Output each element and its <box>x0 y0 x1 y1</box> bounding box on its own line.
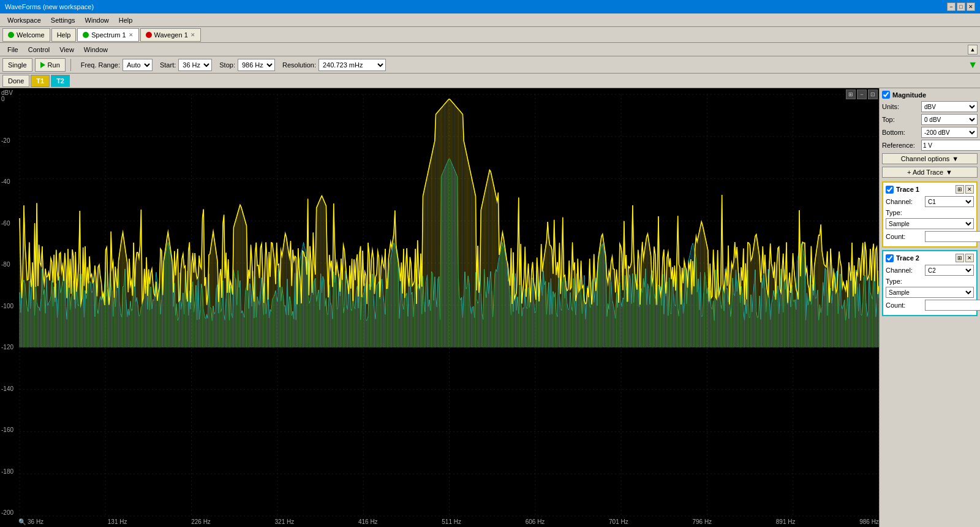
x-axis-labels: 🔍36 Hz 131 Hz 226 Hz 321 Hz 416 Hz 511 H… <box>18 516 879 527</box>
trace1-copy-icon[interactable]: ⊞ <box>956 185 964 194</box>
single-button[interactable]: Single <box>2 58 32 72</box>
freq-range-select[interactable]: Auto <box>123 59 153 71</box>
ch-tab-t1[interactable]: T1 <box>31 75 50 87</box>
maximize-button[interactable]: □ <box>957 2 965 11</box>
y-label-200: -200 <box>1 509 18 516</box>
magnitude-label: Magnitude <box>892 91 926 99</box>
x-label-321: 321 Hz <box>275 518 295 525</box>
trace2-count-input[interactable]: 100 <box>925 300 980 311</box>
start-label: Start: <box>160 61 176 69</box>
x-label-796: 796 Hz <box>692 518 712 525</box>
trace1-channel-row: Channel: C1 <box>886 196 974 207</box>
channel-options-label: Channel options <box>901 155 950 162</box>
tab-spectrum[interactable]: Spectrum 1 ✕ <box>77 28 138 42</box>
tab-wavegen-icon <box>146 32 152 38</box>
tab-spectrum-icon <box>83 32 89 38</box>
menu-window2[interactable]: Window <box>79 45 113 55</box>
run-button[interactable]: Run <box>35 58 66 72</box>
trace2-type-select[interactable]: Sample <box>886 287 974 298</box>
spectrum-canvas <box>0 88 879 527</box>
tab-welcome[interactable]: Welcome <box>2 28 50 42</box>
y-label-20: -20 <box>1 137 18 144</box>
expand-button[interactable]: ▲ <box>968 45 978 55</box>
bottom-row: Bottom: -200 dBV <box>882 127 978 138</box>
trace1-close-icon[interactable]: ✕ <box>965 185 974 194</box>
y-label-100: -100 <box>1 303 18 309</box>
tab-help[interactable]: Help <box>51 28 77 42</box>
start-select[interactable]: 36 Hz <box>178 59 212 71</box>
tab-wavegen-close[interactable]: ✕ <box>190 32 195 38</box>
channel-tabs: Done T1 T2 <box>0 74 980 88</box>
trace1-title: Trace 1 <box>896 186 919 193</box>
units-label: Units: <box>882 103 919 110</box>
trace2-channel-label: Channel: <box>886 267 922 274</box>
trace1-type-select-row: Sample <box>886 218 974 229</box>
resolution-select[interactable]: 240.723 mHz <box>318 59 386 71</box>
bottom-select[interactable]: -200 dBV <box>921 127 978 138</box>
trace2-header: Trace 2 ⊞ ✕ <box>886 254 974 262</box>
trace2-copy-icon[interactable]: ⊞ <box>956 254 964 262</box>
trace2-checkbox[interactable] <box>886 254 894 262</box>
menubar: Workspace Settings Window Help <box>0 13 980 27</box>
trace2-close-icon[interactable]: ✕ <box>965 254 974 262</box>
y-label-180: -180 <box>1 468 18 475</box>
stop-label: Stop: <box>219 61 235 69</box>
chart-icon-2[interactable]: − <box>857 89 867 99</box>
trace1-channel-label: Channel: <box>886 198 922 205</box>
ch-tab-done[interactable]: Done <box>2 75 29 87</box>
close-button[interactable]: ✕ <box>967 2 975 11</box>
menu-window[interactable]: Window <box>80 15 114 25</box>
menu-settings[interactable]: Settings <box>46 15 80 25</box>
freq-range-label: Freq. Range: <box>81 61 120 69</box>
trace1-count-input[interactable]: 100 <box>925 231 980 242</box>
trace2-channel-row: Channel: C2 <box>886 265 974 276</box>
magnitude-section: Magnitude Units: dBV Top: 0 dBV Bottom: … <box>882 91 978 151</box>
trace1-checkbox[interactable] <box>886 186 894 194</box>
trace1-box: Trace 1 ⊞ ✕ Channel: C1 Type: Sample <box>882 181 978 248</box>
trace1-type-select[interactable]: Sample <box>886 218 974 229</box>
menu-control[interactable]: Control <box>23 45 55 55</box>
trace2-channel-select[interactable]: C2 <box>925 265 974 276</box>
menu-view[interactable]: View <box>55 45 79 55</box>
trace2-icons: ⊞ ✕ <box>956 254 974 262</box>
window-controls: − □ ✕ <box>947 2 975 11</box>
chart-icon-3[interactable]: ⊡ <box>868 89 878 99</box>
reference-row: Reference: <box>882 140 978 151</box>
top-label: Top: <box>882 116 919 123</box>
x-label-511: 511 Hz <box>442 518 461 525</box>
y-label-60: -60 <box>1 220 18 227</box>
reference-input[interactable] <box>921 140 980 151</box>
secondary-menubar: File Control View Window ▲ <box>0 43 980 56</box>
chart-icon-1[interactable]: ⊞ <box>846 89 856 99</box>
menu-help[interactable]: Help <box>114 15 138 25</box>
trace1-count-label: Count: <box>886 233 922 240</box>
trace2-title-row: Trace 2 <box>886 254 919 262</box>
minimize-button[interactable]: − <box>947 2 956 11</box>
add-trace-button[interactable]: + Add Trace ▼ <box>882 167 978 178</box>
toolbar: Single Run Freq. Range: Auto Start: 36 H… <box>0 56 980 74</box>
top-select[interactable]: 0 dBV <box>921 114 978 125</box>
trace1-title-row: Trace 1 <box>886 186 919 194</box>
top-row: Top: 0 dBV <box>882 114 978 125</box>
app-title: WaveForms (new workspace) <box>5 3 94 10</box>
tab-welcome-label: Welcome <box>17 31 45 39</box>
stop-select[interactable]: 986 Hz <box>238 59 275 71</box>
trace1-count-row: Count: 100 ▲ ▼ <box>886 231 974 242</box>
trace1-channel-select[interactable]: C1 <box>925 196 974 207</box>
y-label-40: -40 <box>1 178 18 185</box>
trace1-type-row: Type: <box>886 209 974 216</box>
magnitude-checkbox[interactable] <box>882 91 890 99</box>
tab-spectrum-close[interactable]: ✕ <box>129 32 134 38</box>
ch-tab-t2[interactable]: T2 <box>51 75 70 87</box>
trace2-box: Trace 2 ⊞ ✕ Channel: C2 Type: Sample <box>882 250 978 316</box>
right-panel: Magnitude Units: dBV Top: 0 dBV Bottom: … <box>879 88 980 527</box>
units-select[interactable]: dBV <box>921 101 978 112</box>
y-label-80: -80 <box>1 261 18 268</box>
menu-workspace[interactable]: Workspace <box>2 15 46 25</box>
trace2-type-label: Type: <box>886 278 922 285</box>
channel-options-button[interactable]: Channel options ▼ <box>882 153 978 164</box>
tab-wavegen[interactable]: Wavegen 1 ✕ <box>140 28 201 42</box>
x-label-891: 891 Hz <box>776 518 796 525</box>
menu-file[interactable]: File <box>2 45 23 55</box>
units-row: Units: dBV <box>882 101 978 112</box>
